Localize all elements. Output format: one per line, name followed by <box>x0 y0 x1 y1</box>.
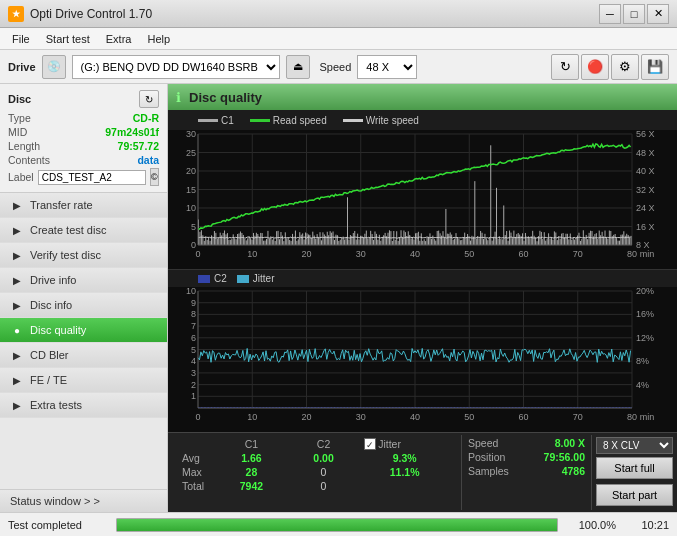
top-chart <box>168 130 677 269</box>
length-value: 79:57.72 <box>118 140 159 152</box>
bottom-chart <box>168 287 677 432</box>
sidebar-item-label-verify-test-disc: Verify test disc <box>30 249 101 261</box>
menu-help[interactable]: Help <box>139 31 178 47</box>
disc-quality-icon: ● <box>10 323 24 337</box>
contents-value: data <box>137 154 159 166</box>
extra-tests-icon: ▶ <box>10 398 24 412</box>
drive-select[interactable]: (G:) BENQ DVD DD DW1640 BSRB <box>72 55 280 79</box>
sidebar-item-transfer-rate[interactable]: ▶ Transfer rate <box>0 193 167 218</box>
speed-info-value: 8.00 X <box>555 437 585 449</box>
type-label: Type <box>8 112 31 124</box>
menu-extra[interactable]: Extra <box>98 31 140 47</box>
refresh-button[interactable]: ↻ <box>551 54 579 80</box>
total-c2: 0 <box>289 479 358 493</box>
mid-value: 97m24s01f <box>105 126 159 138</box>
menu-starttest[interactable]: Start test <box>38 31 98 47</box>
action-buttons: 8 X CLV Start full Start part <box>591 435 677 510</box>
progress-bar-container <box>116 518 558 532</box>
sidebar-item-create-test-disc[interactable]: ▶ Create test disc <box>0 218 167 243</box>
jitter-col-header: Jitter <box>378 438 401 450</box>
sidebar-item-disc-info[interactable]: ▶ Disc info <box>0 293 167 318</box>
write-speed-legend-color <box>343 119 363 122</box>
disc-label-copy-button[interactable]: © <box>150 168 159 186</box>
avg-jitter: 9.3% <box>358 451 451 465</box>
max-c2: 0 <box>289 465 358 479</box>
length-label: Length <box>8 140 40 152</box>
total-label: Total <box>178 479 214 493</box>
sidebar-item-label-fe-te: FE / TE <box>30 374 67 386</box>
c1-legend-color <box>198 119 218 122</box>
max-jitter: 11.1% <box>358 465 451 479</box>
c1-legend: C1 <box>198 115 234 126</box>
avg-label: Avg <box>178 451 214 465</box>
sidebar-item-cd-bler[interactable]: ▶ CD Bler <box>0 343 167 368</box>
status-window-button[interactable]: Status window > > <box>0 489 167 512</box>
speed-position-panel: Speed 8.00 X Position 79:56.00 Samples 4… <box>461 435 591 510</box>
clv-select[interactable]: 8 X CLV <box>596 437 673 454</box>
speed-info-label: Speed <box>468 437 498 449</box>
disc-panel: Disc ↻ Type CD-R MID 97m24s01f Length 79… <box>0 84 167 193</box>
max-label: Max <box>178 465 214 479</box>
position-info-label: Position <box>468 451 505 463</box>
status-window-label: Status window > > <box>10 495 100 507</box>
jitter-legend-label: Jitter <box>253 273 275 284</box>
chart-header-icon: ℹ <box>176 90 181 105</box>
eject-icon[interactable]: ⏏ <box>286 55 310 79</box>
drive-label: Drive <box>8 61 36 73</box>
sidebar-item-drive-info[interactable]: ▶ Drive info <box>0 268 167 293</box>
disc-label-input[interactable] <box>38 170 146 185</box>
write-speed-legend-label: Write speed <box>366 115 419 126</box>
sidebar-item-label-create-test-disc: Create test disc <box>30 224 106 236</box>
sidebar-item-label-cd-bler: CD Bler <box>30 349 69 361</box>
drive-info-icon: ▶ <box>10 273 24 287</box>
maximize-button[interactable]: □ <box>623 4 645 24</box>
disc-panel-title: Disc <box>8 93 31 105</box>
settings-button[interactable]: ⚙ <box>611 54 639 80</box>
menu-file[interactable]: File <box>4 31 38 47</box>
sidebar-item-disc-quality[interactable]: ● Disc quality <box>0 318 167 343</box>
minimize-button[interactable]: ─ <box>599 4 621 24</box>
avg-c1: 1.66 <box>214 451 289 465</box>
c2-legend-label: C2 <box>214 273 227 284</box>
start-full-button[interactable]: Start full <box>596 457 673 479</box>
jitter-legend: Jitter <box>237 273 275 284</box>
toolbar-icons: ↻ 🔴 ⚙ 💾 <box>551 54 669 80</box>
transfer-rate-icon: ▶ <box>10 198 24 212</box>
chart-header-title: Disc quality <box>189 90 262 105</box>
verify-test-disc-icon: ▶ <box>10 248 24 262</box>
options-button[interactable]: 🔴 <box>581 54 609 80</box>
mid-label: MID <box>8 126 27 138</box>
jitter-legend-color <box>237 275 249 283</box>
read-speed-legend-label: Read speed <box>273 115 327 126</box>
stats-table: C1 C2 ✓ Jitter Avg 1.66 0.00 <box>168 435 461 510</box>
c1-legend-label: C1 <box>221 115 234 126</box>
main-content: Disc ↻ Type CD-R MID 97m24s01f Length 79… <box>0 84 677 512</box>
time-text: 10:21 <box>624 519 669 531</box>
total-c1: 7942 <box>214 479 289 493</box>
read-speed-legend-color <box>250 119 270 122</box>
sidebar-item-extra-tests[interactable]: ▶ Extra tests <box>0 393 167 418</box>
app-title: Opti Drive Control 1.70 <box>30 7 152 21</box>
start-part-button[interactable]: Start part <box>596 484 673 506</box>
c2-legend-color <box>198 275 210 283</box>
sidebar-item-label-drive-info: Drive info <box>30 274 76 286</box>
max-c1: 28 <box>214 465 289 479</box>
disc-refresh-button[interactable]: ↻ <box>139 90 159 108</box>
close-button[interactable]: ✕ <box>647 4 669 24</box>
status-bar: Test completed 100.0% 10:21 <box>0 512 677 536</box>
cd-bler-icon: ▶ <box>10 348 24 362</box>
save-button[interactable]: 💾 <box>641 54 669 80</box>
avg-c2: 0.00 <box>289 451 358 465</box>
read-speed-legend: Read speed <box>250 115 327 126</box>
sidebar-item-verify-test-disc[interactable]: ▶ Verify test disc <box>0 243 167 268</box>
progress-text: 100.0% <box>566 519 616 531</box>
app-icon: ★ <box>8 6 24 22</box>
speed-label: Speed <box>320 61 352 73</box>
disc-label-label: Label <box>8 171 34 183</box>
type-value: CD-R <box>133 112 159 124</box>
speed-select[interactable]: 48 X <box>357 55 417 79</box>
c2-legend: C2 <box>198 273 227 284</box>
fe-te-icon: ▶ <box>10 373 24 387</box>
status-text: Test completed <box>8 519 108 531</box>
sidebar-item-fe-te[interactable]: ▶ FE / TE <box>0 368 167 393</box>
